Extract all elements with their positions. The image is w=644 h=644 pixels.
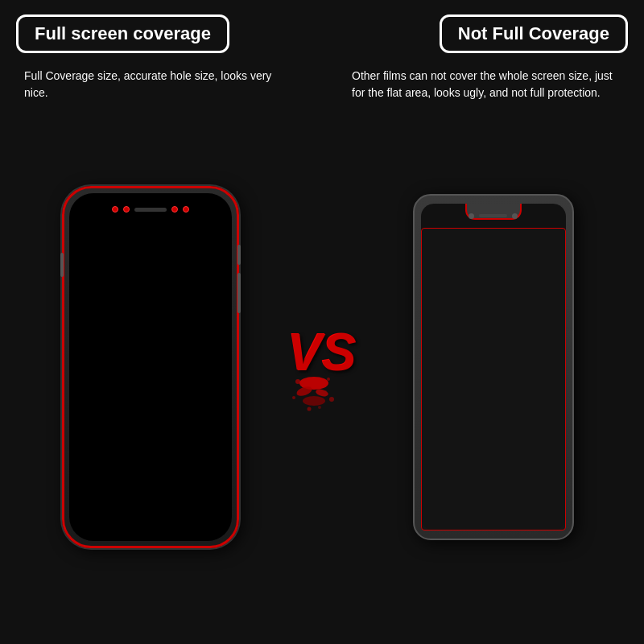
right-description-text: Other films can not cover the whole scre… [352,69,613,99]
svg-point-6 [329,397,334,402]
svg-point-2 [315,388,329,398]
not-full-coverage-label: Not Full Coverage [440,14,628,53]
left-phone-wrapper [16,186,285,548]
right-description: Other films can not cover the whole scre… [352,68,620,101]
full-coverage-phone [62,186,239,548]
svg-point-7 [303,396,325,406]
svg-point-4 [327,378,330,381]
full-coverage-label: Full screen coverage [16,14,229,53]
notch-dot-1 [112,206,118,213]
flat-phone-notch-elements [441,207,546,225]
svg-point-9 [318,406,321,409]
full-coverage-label-text: Full screen coverage [35,23,211,43]
left-description-text: Full Coverage size, accurate hole size, … [24,69,271,99]
description-section: Full Coverage size, accurate hole size, … [0,61,644,114]
full-phone-notch [86,198,215,221]
left-side-button [60,253,64,277]
splash-svg [270,367,358,415]
notch-speaker [134,208,167,212]
phones-section: VS [0,114,644,644]
notch-dot-4 [183,206,189,213]
svg-point-5 [292,396,295,399]
svg-point-8 [308,407,312,411]
svg-point-3 [295,379,300,384]
right-phone-wrapper [359,194,628,540]
flat-speaker [479,214,507,217]
flat-dot [469,213,474,219]
flat-dot-2 [512,213,518,219]
top-section: Full screen coverage Not Full Coverage [0,0,644,61]
notch-dot-2 [123,206,130,213]
not-full-coverage-phone [413,194,574,540]
vs-badge: VS [274,327,370,431]
not-full-coverage-label-text: Not Full Coverage [458,23,609,43]
right-side-button-top [237,245,241,265]
left-description: Full Coverage size, accurate hole size, … [24,68,292,101]
screen-protector [421,228,566,530]
notch-dot-3 [171,206,178,213]
right-side-button-bottom [237,273,241,313]
